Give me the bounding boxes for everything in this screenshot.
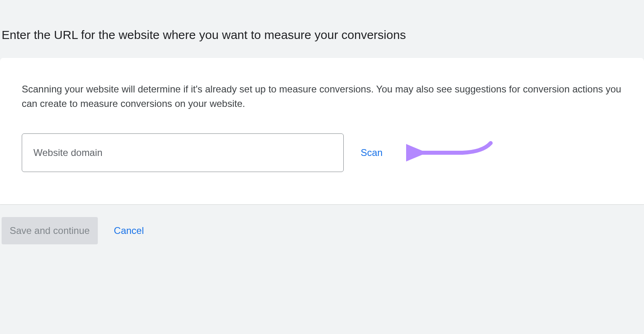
page-title: Enter the URL for the website where you … [0, 28, 644, 58]
cancel-button[interactable]: Cancel [110, 217, 148, 244]
conversion-setup-card: Scanning your website will determine if … [0, 58, 644, 204]
save-and-continue-button[interactable]: Save and continue [2, 217, 98, 244]
scan-button[interactable]: Scan [359, 144, 384, 162]
card-description-text: Scanning your website will determine if … [22, 82, 622, 111]
arrow-annotation-icon [406, 140, 495, 166]
footer-button-row: Save and continue Cancel [0, 204, 644, 244]
domain-input-row: Scan [22, 133, 622, 172]
website-domain-input[interactable] [22, 133, 344, 172]
